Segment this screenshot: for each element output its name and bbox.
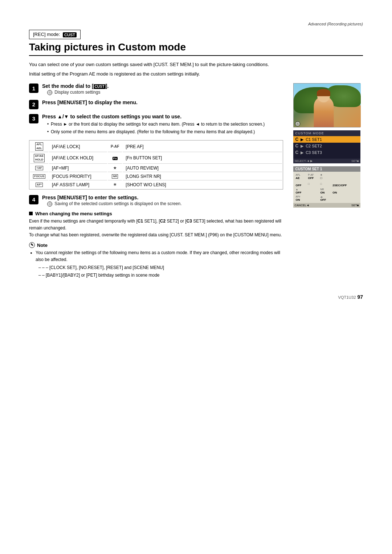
step-4: 4 Press [MENU/SET] to enter the settings… bbox=[29, 195, 283, 207]
cms-row-c1: C ▶ C1 SET1 bbox=[293, 136, 360, 143]
css-cancel: CANCEL◄ bbox=[295, 204, 309, 207]
cms-row-c3: C ▶ C3 SET3 bbox=[293, 149, 360, 156]
icon-nr: NR bbox=[108, 173, 122, 180]
cust-badge: CUST bbox=[63, 32, 77, 37]
note-item-2: – – [CLOCK SET], [NO.RESET], [RESET] and… bbox=[38, 264, 283, 271]
intro-text-1: You can select one of your own custom se… bbox=[29, 61, 363, 69]
step-number-1: 1 bbox=[29, 83, 38, 93]
css-cell: □ bbox=[319, 180, 332, 187]
step-1: 1 Set the mode dial to [CUST]. Ⓐ Display… bbox=[29, 83, 283, 95]
custom-set-screen: CUSTOM SET 1 AFLAE P-AFOFF ★□ OFF □ □ 2S… bbox=[293, 166, 360, 208]
css-cell: AF≠ON bbox=[295, 195, 307, 202]
css-cell: ★□ bbox=[319, 173, 332, 180]
cms-footer: SELECT-◄ ▶ SET■ bbox=[293, 159, 360, 163]
css-data: AFLAE P-AFOFF ★□ OFF □ □ 2SEC/OFF ▲OFF bbox=[293, 172, 360, 203]
css-cell: 2SEC/OFF bbox=[332, 180, 358, 187]
css-cell bbox=[332, 195, 358, 202]
css-set: SET■ bbox=[351, 204, 359, 207]
css-cell: AFLAE bbox=[295, 173, 307, 180]
css-cell: OFF bbox=[295, 180, 307, 187]
cms-spacer bbox=[293, 156, 360, 159]
table-row: +AF [AF+MF] ★ [AUTO REVIEW] bbox=[30, 164, 282, 172]
label-longshr: [LONG SHTR NR] bbox=[123, 173, 282, 180]
step-3-bullet-1: Press ► or the front dial to display the… bbox=[47, 121, 283, 128]
step-2-content: Press [MENU/SET] to display the menu. bbox=[42, 99, 283, 106]
when-changing-text: Even if the menu settings are changed te… bbox=[29, 218, 283, 239]
steps-column: 1 Set the mode dial to [CUST]. Ⓐ Display… bbox=[29, 83, 283, 280]
rec-mode-box: [REC] mode: CUST bbox=[29, 30, 81, 39]
step-2-title: Press [MENU/SET] to display the menu. bbox=[42, 99, 283, 105]
step-2: 2 Press [MENU/SET] to display the menu. bbox=[29, 99, 283, 109]
step-3-bullet-2: Only some of the menu items are displaye… bbox=[47, 129, 283, 135]
label-afmf: [AF+MF] bbox=[49, 164, 107, 172]
css-cell: □ bbox=[307, 180, 319, 187]
step-3: 3 Press ▲/▼ to select the custom setting… bbox=[29, 114, 283, 136]
step-number-4: 4 bbox=[29, 195, 38, 204]
label-shootwolens: [SHOOT W/O LENS] bbox=[123, 181, 282, 188]
table-row: AF* [AF ASSIST LAMP] ☀ [SHOOT W/O LENS] bbox=[30, 181, 282, 188]
label-fn: [Fn BUTTON SET] bbox=[123, 153, 282, 164]
step-4-title: Press [MENU/SET] to enter the settings. bbox=[42, 195, 283, 200]
table-row: AF/AEHOLD [AF/AE LOCK HOLD] Fn [Fn BUTTO… bbox=[30, 153, 282, 164]
black-square-icon bbox=[29, 212, 33, 215]
label-autoreview: [AUTO REVIEW] bbox=[123, 164, 282, 172]
step-1-sub: Ⓐ Display custom settings bbox=[47, 90, 283, 95]
label-afae: [AF/AE LOCK] bbox=[49, 141, 107, 152]
css-cell: ON bbox=[332, 187, 358, 195]
note-section: ✎ Note You cannot register the settings … bbox=[29, 242, 283, 279]
menu-table: AFLAEL [AF/AE LOCK] P-AF [PRE AF] AF/AEH… bbox=[29, 140, 283, 190]
photo-preview: Ⓐ bbox=[294, 83, 361, 127]
icon-shootwolens: ☀ bbox=[108, 181, 122, 188]
table-row: ▲OFF NRON ON bbox=[295, 187, 359, 195]
custom-mode-screen: CUSTOM MODE C ▶ C1 SET1 C ▶ C2 SET2 C ▶ … bbox=[293, 130, 360, 163]
page-header: Advanced (Recording pictures) bbox=[29, 22, 363, 26]
step-number-2: 2 bbox=[29, 100, 38, 109]
photo-preview-screen: Ⓐ bbox=[293, 83, 360, 127]
label-focuspri: [FOCUS PRIORITY] bbox=[49, 173, 107, 180]
photo-label-a: Ⓐ bbox=[295, 121, 300, 126]
when-changing-title: When changing the menu settings bbox=[29, 211, 283, 216]
page-title: Taking pictures in Custom mode bbox=[29, 41, 363, 56]
css-cell: ☁OFF bbox=[319, 195, 332, 202]
note-title: ✎ Note bbox=[29, 242, 283, 248]
step-number-3: 3 bbox=[29, 114, 38, 123]
note-item-1: You cannot register the settings of the … bbox=[36, 249, 283, 263]
step-3-title: Press ▲/▼ to select the custom settings … bbox=[42, 114, 283, 119]
table-row: AFLAEL [AF/AE LOCK] P-AF [PRE AF] bbox=[30, 141, 282, 152]
page-number: VQT1U32 97 bbox=[29, 294, 363, 300]
css-cell: ▲OFF bbox=[295, 187, 307, 195]
note-item-3: – [BABY1]/[BABY2] or [PET] birthday sett… bbox=[38, 272, 283, 279]
icon-afaehold: AF/AEHOLD bbox=[30, 153, 48, 164]
cms-header: CUSTOM MODE bbox=[293, 130, 360, 136]
table-row: FOCUS [FOCUS PRIORITY] NR [LONG SHTR NR] bbox=[30, 173, 282, 180]
icon-autoreview: ★ bbox=[108, 164, 122, 172]
icon-afassist: AF* bbox=[30, 181, 48, 188]
step-3-bullets: Press ► or the front dial to display the… bbox=[47, 121, 283, 135]
table-row: AFLAE P-AFOFF ★□ bbox=[295, 173, 359, 180]
label-afaehold: [AF/AE LOCK HOLD] bbox=[49, 153, 107, 164]
step-1-content: Set the mode dial to [CUST]. Ⓐ Display c… bbox=[42, 83, 283, 95]
css-cell: P-AFOFF bbox=[307, 173, 319, 180]
circle-a-1: Ⓐ bbox=[47, 90, 52, 95]
css-cell bbox=[307, 187, 319, 195]
cms-row-c2: C ▶ C2 SET2 bbox=[293, 143, 360, 149]
intro-text-2: Initial setting of the Program AE mode i… bbox=[29, 70, 363, 78]
css-table: AFLAE P-AFOFF ★□ OFF □ □ 2SEC/OFF ▲OFF bbox=[295, 173, 359, 202]
icon-paf: P-AF bbox=[108, 141, 122, 152]
css-cell: NRON bbox=[319, 187, 332, 195]
icon-focus: FOCUS bbox=[30, 173, 48, 180]
table-row: AF≠ON ☁OFF bbox=[295, 195, 359, 202]
images-column: Ⓐ CUSTOM MODE C ▶ C1 SET1 C ▶ C2 SET2 C … bbox=[290, 83, 363, 208]
css-header: CUSTOM SET 1 bbox=[293, 166, 360, 172]
step-4-sub: Ⓐ Saving of the selected custom settings… bbox=[47, 201, 283, 207]
circle-a-4: Ⓐ bbox=[47, 201, 52, 207]
when-changing-section: When changing the menu settings Even if … bbox=[29, 211, 283, 239]
step-4-content: Press [MENU/SET] to enter the settings. … bbox=[42, 195, 283, 207]
table-row: OFF □ □ 2SEC/OFF bbox=[295, 180, 359, 187]
note-icon: ✎ bbox=[29, 242, 35, 248]
step-1-title: Set the mode dial to [CUST]. bbox=[42, 83, 283, 89]
cust-icon-step1: CUST bbox=[94, 84, 106, 89]
step-3-content: Press ▲/▼ to select the custom settings … bbox=[42, 114, 283, 136]
css-footer: CANCEL◄ SET■ bbox=[293, 203, 360, 208]
note-list: You cannot register the settings of the … bbox=[36, 249, 283, 279]
